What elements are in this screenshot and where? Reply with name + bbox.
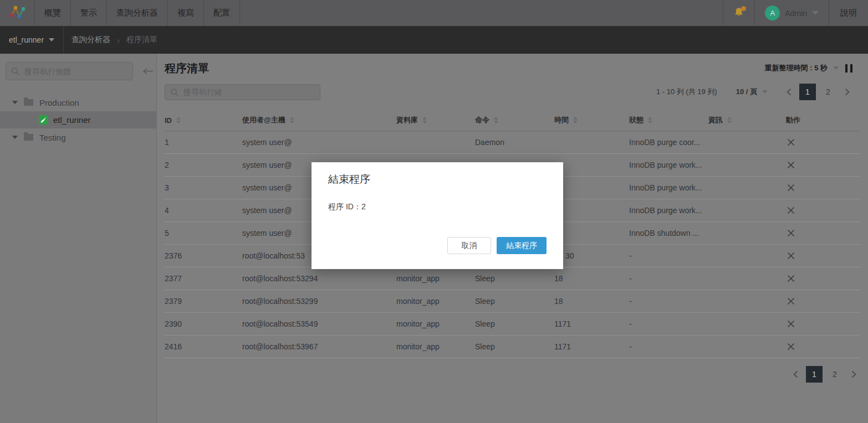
tree-group-production[interactable]: Production: [0, 94, 156, 111]
page-button-2[interactable]: 2: [826, 366, 843, 383]
x-icon: [787, 320, 795, 328]
kill-process-button[interactable]: [786, 251, 796, 261]
column-label: 狀態: [629, 115, 644, 125]
kill-process-button[interactable]: [786, 160, 796, 170]
confirm-kill-button[interactable]: 結束程序: [497, 237, 547, 254]
nav-item-alerts[interactable]: 警示: [71, 0, 107, 26]
column-header[interactable]: 資訊: [708, 115, 786, 125]
next-page-button[interactable]: [847, 366, 860, 383]
dialog-body: 程序 ID：2: [328, 202, 366, 212]
app-logo[interactable]: [0, 0, 35, 26]
sidebar-collapse-button[interactable]: [142, 68, 154, 75]
page-button-2[interactable]: 2: [820, 84, 836, 100]
cell-command: Sleep: [475, 319, 554, 328]
breadcrumb-separator-icon: ›: [117, 35, 120, 45]
cell-id: 2416: [165, 342, 242, 351]
mysql-instance-icon: [39, 115, 48, 125]
sidebar: Production etl_runner Testing: [0, 54, 157, 423]
nav-item-overview[interactable]: 概覽: [35, 0, 71, 26]
column-header[interactable]: 使用者@主機: [242, 115, 396, 125]
nav-item-replications[interactable]: 複寫: [168, 0, 204, 26]
kill-process-button[interactable]: [786, 137, 796, 147]
caret-down-icon: [12, 136, 18, 139]
column-header[interactable]: 時間: [554, 115, 629, 125]
instance-tree: Production etl_runner Testing: [0, 94, 156, 146]
breadcrumb-section[interactable]: 查詢分析器: [72, 35, 110, 45]
column-header[interactable]: 資料庫: [396, 115, 475, 125]
cell-id: 2377: [165, 274, 242, 283]
page-size-label: 10 / 頁: [736, 87, 757, 97]
column-header[interactable]: 狀態: [629, 115, 708, 125]
chevron-down-icon: [49, 38, 54, 42]
prev-page-button[interactable]: [789, 366, 802, 383]
column-header[interactable]: ID: [165, 116, 242, 125]
sort-icon: [727, 117, 732, 123]
cell-state: -: [629, 274, 708, 283]
cell-command: Sleep: [475, 342, 554, 351]
sort-icon: [648, 117, 652, 123]
tree-item-etl-runner[interactable]: etl_runner: [0, 111, 156, 128]
sort-icon: [573, 117, 578, 123]
page-size-select[interactable]: 10 / 頁: [736, 87, 768, 97]
cell-action: [786, 251, 860, 261]
cancel-button[interactable]: 取消: [447, 237, 491, 254]
kill-process-button[interactable]: [786, 296, 796, 306]
user-menu[interactable]: A Admin: [754, 0, 829, 26]
column-label: 命令: [475, 115, 489, 125]
cell-state: -: [629, 251, 708, 260]
tree-group-testing[interactable]: Testing: [0, 128, 156, 146]
next-page-button[interactable]: [840, 84, 854, 100]
kill-process-button[interactable]: [786, 319, 796, 329]
instance-selector[interactable]: etl_runner: [0, 26, 64, 54]
tree-group-label: Production: [39, 98, 79, 107]
column-label: 資料庫: [396, 115, 418, 125]
pause-refresh-button[interactable]: [845, 64, 852, 73]
row-range-label: 1 - 10 列 (共 19 列): [656, 87, 717, 97]
thread-search-input[interactable]: [165, 84, 320, 100]
kill-process-button[interactable]: [786, 205, 796, 215]
kill-process-dialog: 結束程序 程序 ID：2 取消 結束程序: [312, 162, 563, 269]
breadcrumb: 查詢分析器 › 程序清單: [72, 26, 157, 54]
cell-action: [786, 274, 860, 283]
user-name: Admin: [785, 9, 807, 18]
refresh-interval-label[interactable]: 重新整理時間 : 5 秒: [765, 63, 828, 73]
cell-command: Sleep: [475, 297, 554, 306]
nav-item-query-analyzer[interactable]: 查詢分析器: [107, 0, 168, 26]
kill-process-button[interactable]: [786, 228, 796, 238]
cell-id: 2376: [165, 251, 242, 260]
sort-icon: [494, 117, 498, 123]
sort-down-icon: [176, 121, 181, 123]
page-button-1[interactable]: 1: [806, 366, 823, 383]
prev-page-button[interactable]: [782, 84, 795, 100]
column-label: 動作: [786, 115, 800, 125]
notification-badge: [741, 6, 746, 11]
chevron-right-icon: [845, 88, 850, 96]
help-button[interactable]: 說明: [829, 0, 868, 26]
cell-action: [786, 137, 860, 147]
nav-item-configurations[interactable]: 配置: [204, 0, 240, 26]
cell-state: InnoDB purge work...: [629, 183, 708, 192]
cell-action: [786, 183, 860, 193]
kill-process-button[interactable]: [786, 183, 796, 193]
chevron-down-icon[interactable]: [833, 66, 839, 70]
avatar: A: [765, 6, 780, 20]
page-title: 程序清單: [165, 61, 209, 76]
x-icon: [787, 297, 795, 305]
column-label: ID: [165, 116, 172, 125]
kill-process-button[interactable]: [786, 274, 796, 283]
table-header-row: ID使用者@主機資料庫命令時間狀態資訊動作: [165, 110, 860, 131]
x-icon: [787, 229, 795, 237]
kill-process-button[interactable]: [786, 342, 796, 352]
sort-up-icon: [422, 117, 427, 120]
page-button-1[interactable]: 1: [799, 84, 816, 100]
notifications-button[interactable]: [723, 0, 754, 26]
sort-down-icon: [422, 121, 427, 123]
cell-user-host: system user@: [242, 138, 396, 147]
tree-group-label: Testing: [39, 133, 66, 142]
column-header[interactable]: 命令: [475, 115, 554, 125]
cell-state: InnoDB purge coor...: [629, 138, 708, 147]
column-label: 使用者@主機: [242, 115, 285, 125]
column-header: 動作: [786, 115, 860, 125]
instance-search-input[interactable]: [6, 62, 133, 80]
chevron-down-icon: [762, 90, 768, 94]
